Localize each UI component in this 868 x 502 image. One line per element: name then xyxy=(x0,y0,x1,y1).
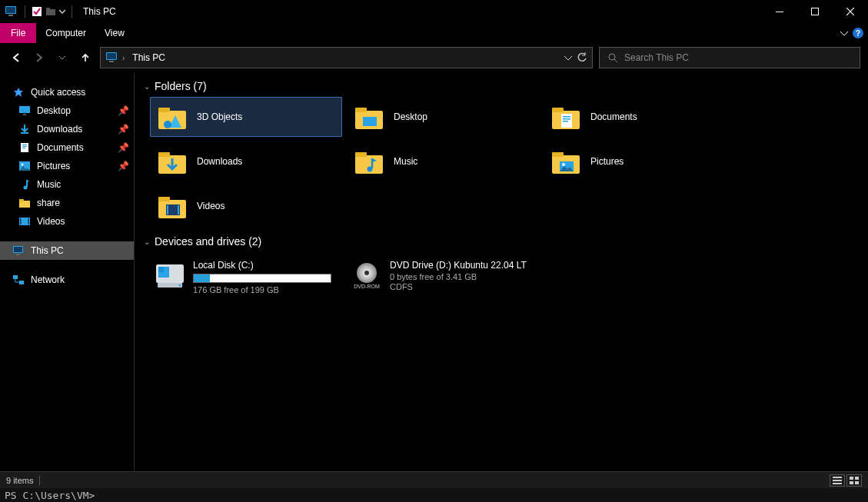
svg-point-64 xyxy=(364,271,369,275)
network-icon xyxy=(12,274,25,286)
svg-rect-42 xyxy=(563,118,570,120)
address-dropdown-icon[interactable] xyxy=(564,54,572,62)
sidebar-item-desktop[interactable]: Desktop 📌 xyxy=(0,101,134,120)
folder-desktop[interactable]: Desktop xyxy=(347,97,539,137)
sidebar-item-label: Desktop xyxy=(37,105,71,116)
svg-rect-65 xyxy=(833,477,842,478)
folder-videos[interactable]: Videos xyxy=(150,186,342,226)
svg-point-48 xyxy=(367,167,373,172)
terminal-row[interactable]: PS C:\Users\VM> xyxy=(0,488,868,502)
svg-rect-36 xyxy=(355,108,367,112)
svg-rect-61 xyxy=(158,283,182,288)
view-details-button[interactable] xyxy=(830,474,845,487)
svg-point-21 xyxy=(24,186,28,190)
svg-rect-10 xyxy=(109,61,114,62)
sidebar-quick-access[interactable]: Quick access xyxy=(0,83,134,101)
qat-dropdown-icon[interactable] xyxy=(59,8,65,15)
pin-icon: 📌 xyxy=(118,161,129,171)
chevron-down-icon: ⌄ xyxy=(144,82,150,91)
drives-group-header[interactable]: ⌄ Devices and drives (2) xyxy=(142,232,860,252)
svg-rect-7 xyxy=(812,8,819,15)
folder-label: Desktop xyxy=(394,111,427,122)
svg-rect-68 xyxy=(850,477,853,480)
breadcrumb-chevron-icon[interactable]: › xyxy=(121,54,126,62)
recent-locations-button[interactable] xyxy=(54,49,71,66)
pictures-icon xyxy=(18,160,31,172)
sidebar-item-music[interactable]: Music xyxy=(0,175,134,194)
breadcrumb-this-pc[interactable]: This PC xyxy=(126,52,171,63)
folder-downloads[interactable]: Downloads xyxy=(150,141,342,181)
drive-name: DVD Drive (D:) Kubuntu 22.04 LT xyxy=(390,260,534,271)
refresh-icon[interactable] xyxy=(577,52,587,63)
this-pc-icon xyxy=(12,244,25,257)
sidebar-item-downloads[interactable]: Downloads 📌 xyxy=(0,120,134,138)
documents-folder-icon xyxy=(552,103,580,131)
music-icon xyxy=(18,178,31,191)
svg-rect-47 xyxy=(355,152,367,157)
minimize-button[interactable] xyxy=(762,0,797,23)
forward-button[interactable] xyxy=(31,49,48,66)
view-icons-button[interactable] xyxy=(846,474,862,487)
pictures-folder-icon xyxy=(552,148,580,175)
sidebar-item-label: Music xyxy=(37,179,61,190)
desktop-icon xyxy=(18,105,31,117)
svg-rect-69 xyxy=(855,477,859,480)
svg-rect-31 xyxy=(19,281,24,284)
svg-point-52 xyxy=(562,163,565,166)
svg-rect-22 xyxy=(19,201,30,208)
folder-documents[interactable]: Documents xyxy=(544,97,736,137)
hdd-icon xyxy=(155,260,185,291)
address-bar[interactable]: › This PC xyxy=(100,47,593,68)
svg-rect-45 xyxy=(158,152,170,157)
svg-rect-60 xyxy=(158,267,164,272)
drive-filesystem: CDFS xyxy=(390,282,534,291)
svg-rect-67 xyxy=(833,483,842,484)
folder-3d-objects[interactable]: 3D Objects xyxy=(150,97,342,137)
downloads-folder-icon xyxy=(158,148,186,175)
drive-local-c[interactable]: Local Disk (C:) 176 GB free of 199 GB xyxy=(150,257,342,298)
status-bar: 9 items xyxy=(0,471,868,488)
drive-dvd-d[interactable]: DVD-ROM DVD Drive (D:) Kubuntu 22.04 LT … xyxy=(347,257,539,298)
search-box[interactable]: Search This PC xyxy=(599,47,860,68)
folder-label: Music xyxy=(394,156,417,167)
sidebar-item-share[interactable]: share xyxy=(0,194,134,212)
computer-tab[interactable]: Computer xyxy=(36,23,95,43)
sidebar-item-videos[interactable]: Videos xyxy=(0,212,134,231)
document-icon xyxy=(18,141,31,154)
properties-icon[interactable] xyxy=(32,6,42,17)
svg-rect-2 xyxy=(8,15,13,16)
svg-rect-28 xyxy=(14,247,22,252)
file-tab[interactable]: File xyxy=(0,23,36,43)
svg-rect-39 xyxy=(552,108,564,112)
ribbon-expand-icon[interactable] xyxy=(840,29,848,37)
close-button[interactable] xyxy=(833,0,868,23)
sidebar-item-pictures[interactable]: Pictures 📌 xyxy=(0,157,134,175)
sidebar-network[interactable]: Network xyxy=(0,271,134,289)
drive-name: Local Disk (C:) xyxy=(193,260,338,271)
folder-label: Documents xyxy=(590,111,637,122)
sidebar: Quick access Desktop 📌 Downloads 📌 Docum… xyxy=(0,72,135,471)
folders-group-header[interactable]: ⌄ Folders (7) xyxy=(142,77,860,97)
up-button[interactable] xyxy=(77,49,94,66)
svg-rect-26 xyxy=(28,218,30,224)
svg-point-34 xyxy=(164,121,171,128)
new-folder-icon[interactable] xyxy=(45,6,56,17)
sidebar-item-label: share xyxy=(37,198,60,208)
view-tab[interactable]: View xyxy=(95,23,134,43)
svg-rect-16 xyxy=(22,145,27,145)
back-button[interactable] xyxy=(8,49,25,66)
sidebar-item-documents[interactable]: Documents 📌 xyxy=(0,138,134,157)
svg-rect-18 xyxy=(22,148,25,148)
sidebar-quick-access-label: Quick access xyxy=(31,87,85,98)
music-folder-icon xyxy=(355,148,383,175)
svg-rect-33 xyxy=(158,108,170,112)
pin-icon: 📌 xyxy=(118,124,129,135)
search-icon xyxy=(607,52,618,63)
folder-pictures[interactable]: Pictures xyxy=(544,141,736,181)
sidebar-this-pc[interactable]: This PC xyxy=(0,241,134,260)
maximize-button[interactable] xyxy=(797,0,833,23)
help-icon[interactable]: ? xyxy=(853,28,863,38)
svg-rect-12 xyxy=(19,106,30,113)
svg-rect-71 xyxy=(855,481,859,484)
folder-music[interactable]: Music xyxy=(347,141,539,181)
